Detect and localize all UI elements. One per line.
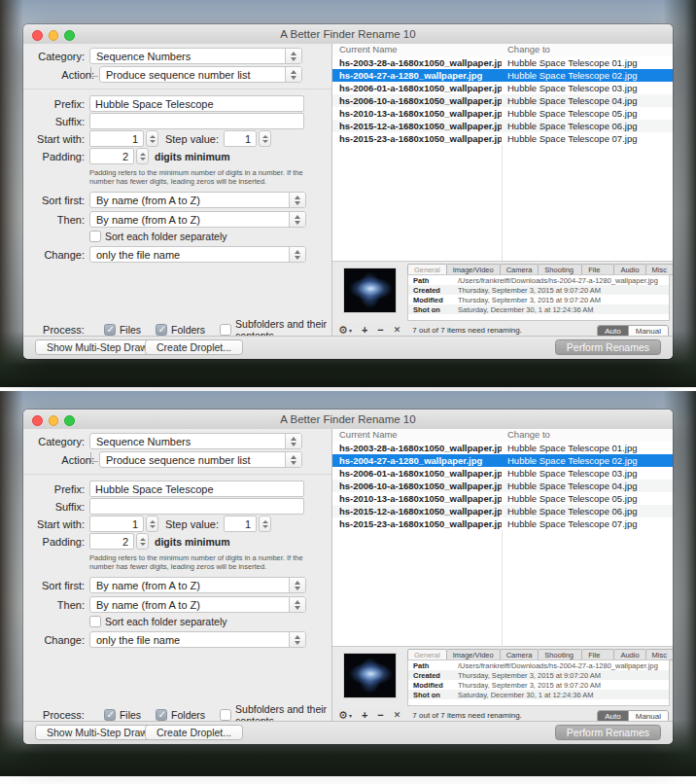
metadata-value: Saturday, December 30, 1 at 12:24:36 AM <box>458 305 594 314</box>
perform-renames-button[interactable]: Perform Renames <box>555 725 661 740</box>
sort-each-folder-checkbox[interactable]: Sort each folder separately <box>89 231 227 242</box>
checkbox-icon <box>89 616 101 627</box>
metadata-value: Thursday, September 3, 2015 at 9:07:20 A… <box>458 296 601 304</box>
step-value-label: Step value: <box>158 133 224 145</box>
metadata-value: /Users/frankreiff/Downloads/hs-2004-27-a… <box>458 276 658 285</box>
start-with-stepper[interactable] <box>146 516 158 532</box>
padding-stepper[interactable] <box>136 533 149 550</box>
list-toolbar: ⚙ ▾ + − ✕ 7 out of 7 items need renaming… <box>332 323 673 337</box>
table-row[interactable]: hs-2006-01-a-1680x1050_wallpaper.jpg Hub… <box>332 467 673 480</box>
category-select[interactable]: Sequence Numbers <box>89 48 302 64</box>
then-select[interactable]: By name (from A to Z) <box>89 211 306 228</box>
metadata-label: Shot on <box>408 691 458 699</box>
change-to-column-header[interactable]: Change to <box>502 429 673 442</box>
change-to-cell: Hubble Space Telescope 06.jpg <box>502 506 673 517</box>
action-label: Action: <box>35 69 99 81</box>
segment-button[interactable]: Auto <box>598 711 628 722</box>
padding-input[interactable] <box>89 148 134 164</box>
titlebar[interactable]: A Better Finder Rename 10 <box>23 24 673 45</box>
segment-button[interactable]: Auto <box>598 326 628 337</box>
then-select[interactable]: By name (from A to Z) <box>89 596 306 613</box>
sort-first-select[interactable]: By name (from A to Z) <box>89 192 306 208</box>
table-row[interactable]: hs-2015-23-a-1680x1050_wallpaper.jpg Hub… <box>332 517 673 530</box>
table-row[interactable]: hs-2003-28-a-1680x1050_wallpaper.jpg Hub… <box>332 442 673 454</box>
table-row[interactable]: hs-2010-13-a-1680x1050_wallpaper.jpg Hub… <box>332 107 673 120</box>
table-row[interactable]: hs-2006-01-a-1680x1050_wallpaper.jpg Hub… <box>332 82 673 94</box>
table-row[interactable]: hs-2010-13-a-1680x1050_wallpaper.jpg Hub… <box>332 492 673 505</box>
action-select[interactable]: Produce sequence number list <box>99 66 302 83</box>
change-value: only the file name <box>96 249 305 261</box>
padding-input[interactable] <box>89 533 134 550</box>
segment-button[interactable]: Manual <box>629 711 668 722</box>
metadata-row: Created Thursday, September 3, 2015 at 9… <box>408 670 669 680</box>
current-name-cell: hs-2006-01-a-1680x1050_wallpaper.jpg <box>332 468 502 479</box>
padding-stepper[interactable] <box>136 148 149 164</box>
sort-first-select[interactable]: By name (from A to Z) <box>89 577 306 593</box>
table-row[interactable]: hs-2015-12-a-1680x1050_wallpaper.jpg Hub… <box>332 120 673 132</box>
change-to-cell: Hubble Space Telescope 03.jpg <box>502 468 673 479</box>
category-row: Category: Sequence Numbers <box>23 48 302 64</box>
popup-updown-icon <box>289 193 305 207</box>
current-name-column-header[interactable]: Current Name <box>332 429 502 442</box>
suffix-input[interactable] <box>89 498 304 515</box>
actions-menu-button[interactable]: ⚙ ▾ <box>332 325 352 336</box>
table-row[interactable]: hs-2004-27-a-1280_wallpaper.jpg Hubble S… <box>332 69 673 82</box>
start-with-input[interactable] <box>89 516 144 532</box>
digits-minimum-label: digits minimum <box>155 151 230 162</box>
step-value-stepper[interactable] <box>259 516 271 532</box>
sort-each-folder-checkbox[interactable]: Sort each folder separately <box>89 616 227 627</box>
checkbox-icon <box>104 709 116 721</box>
minus-icon: − <box>377 325 383 336</box>
metadata-label: Modified <box>408 681 458 690</box>
popup-updown-icon <box>289 578 305 592</box>
change-to-cell: Hubble Space Telescope 04.jpg <box>502 481 673 491</box>
metadata-label: Modified <box>408 296 458 304</box>
action-select[interactable]: Produce sequence number list <box>99 451 302 468</box>
clear-list-button[interactable]: ✕ <box>394 710 401 721</box>
remove-files-button[interactable]: − <box>377 325 383 336</box>
add-files-button[interactable]: + <box>362 325 367 336</box>
table-row[interactable]: hs-2003-28-a-1680x1050_wallpaper.jpg Hub… <box>332 56 673 69</box>
category-select[interactable]: Sequence Numbers <box>89 433 302 449</box>
create-droplet-button[interactable]: Create Droplet... <box>145 339 243 355</box>
start-with-input[interactable] <box>89 130 144 147</box>
start-step-row: Start with: Step value: <box>23 130 271 147</box>
prefix-input[interactable] <box>89 95 304 112</box>
titlebar[interactable]: A Better Finder Rename 10 <box>23 410 673 430</box>
table-row[interactable]: hs-2006-10-a-1680x1050_wallpaper.jpg Hub… <box>332 480 673 492</box>
table-row[interactable]: hs-2006-10-a-1680x1050_wallpaper.jpg Hub… <box>332 94 673 107</box>
table-row[interactable]: hs-2004-27-a-1280_wallpaper.jpg Hubble S… <box>332 454 673 467</box>
step-value-input[interactable] <box>224 130 257 147</box>
file-list-pane: Current Name Change to hs-2003-28-a-1680… <box>332 429 673 722</box>
metadata-row: Modified Thursday, September 3, 2015 at … <box>408 680 669 690</box>
then-row: Then: By name (from A to Z) <box>23 596 306 613</box>
current-name-column-header[interactable]: Current Name <box>332 44 502 56</box>
file-list-header: Current Name Change to <box>332 429 673 443</box>
suffix-input[interactable] <box>89 113 304 129</box>
step-value-input[interactable] <box>224 516 257 532</box>
change-select[interactable]: only the file name <box>89 246 306 263</box>
desktop-wallpaper-bottom: A Better Finder Rename 10 Category: Sequ… <box>0 391 696 776</box>
actions-menu-button[interactable]: ⚙ ▾ <box>332 710 352 721</box>
metadata-row: Path /Users/frankreiff/Downloads/hs-2004… <box>408 275 669 285</box>
table-row[interactable]: hs-2015-12-a-1680x1050_wallpaper.jpg Hub… <box>332 505 673 517</box>
checkbox-icon <box>89 231 101 242</box>
perform-renames-button[interactable]: Perform Renames <box>555 339 661 355</box>
sort-first-label: Sort first: <box>23 195 89 206</box>
app-window: A Better Finder Rename 10 Category: Sequ… <box>23 410 673 744</box>
change-to-column-header[interactable]: Change to <box>502 44 673 56</box>
change-select[interactable]: only the file name <box>89 631 306 648</box>
table-row[interactable]: hs-2015-23-a-1680x1050_wallpaper.jpg Hub… <box>332 132 673 145</box>
checkbox-icon <box>220 324 231 336</box>
current-name-cell: hs-2015-12-a-1680x1050_wallpaper.jpg <box>332 506 502 517</box>
create-droplet-button[interactable]: Create Droplet... <box>145 725 243 740</box>
remove-files-button[interactable]: − <box>377 710 383 721</box>
change-to-cell: Hubble Space Telescope 01.jpg <box>502 443 673 453</box>
step-value-stepper[interactable] <box>259 130 271 147</box>
prefix-input[interactable] <box>89 481 304 497</box>
clear-list-button[interactable]: ✕ <box>394 325 401 336</box>
segment-button[interactable]: Manual <box>629 326 668 337</box>
change-row: Change: only the file name <box>23 246 306 263</box>
add-files-button[interactable]: + <box>362 710 367 721</box>
start-with-stepper[interactable] <box>146 130 158 147</box>
